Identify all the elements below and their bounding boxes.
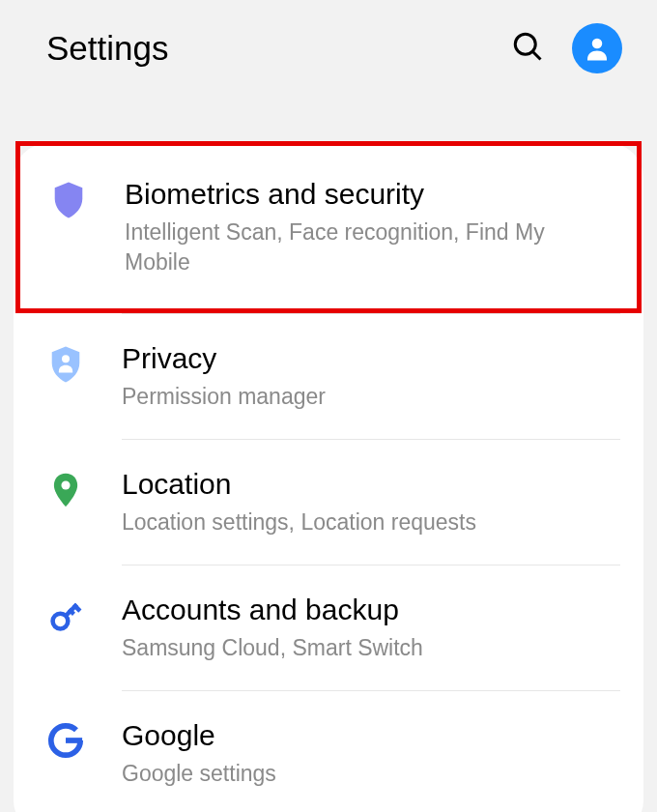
list-item-google[interactable]: Google Google settings [14,691,643,812]
item-subtitle: Samsung Cloud, Smart Switch [122,633,620,663]
svg-point-4 [61,481,70,490]
item-subtitle: Location settings, Location requests [122,508,620,537]
item-subtitle: Intelligent Scan, Face recognition, Find… [125,218,614,277]
list-item-accounts-backup[interactable]: Accounts and backup Samsung Cloud, Smart… [14,566,643,690]
item-title: Location [122,467,620,502]
location-pin-icon [43,467,89,509]
highlighted-item: Biometrics and security Intelligent Scan… [15,141,642,313]
svg-line-1 [532,51,540,59]
item-text: Biometrics and security Intelligent Scan… [125,177,614,277]
svg-point-3 [62,355,70,362]
svg-rect-9 [66,738,82,743]
settings-list: Biometrics and security Intelligent Scan… [14,143,643,812]
item-text: Accounts and backup Samsung Cloud, Smart… [122,593,620,663]
item-subtitle: Permission manager [122,382,620,412]
privacy-shield-icon [43,341,89,384]
svg-point-2 [592,39,603,49]
item-title: Biometrics and security [125,177,614,212]
list-item-biometrics-security[interactable]: Biometrics and security Intelligent Scan… [20,146,637,308]
page-title: Settings [46,29,168,68]
item-text: Google Google settings [122,718,620,789]
search-icon[interactable] [510,29,545,68]
item-text: Location Location settings, Location req… [122,467,620,537]
google-icon [43,718,89,759]
profile-icon[interactable] [572,23,622,73]
key-icon [43,593,89,635]
item-title: Google [122,718,620,753]
shield-icon [45,177,92,219]
list-item-location[interactable]: Location Location settings, Location req… [14,440,643,565]
item-title: Privacy [122,341,620,376]
item-text: Privacy Permission manager [122,341,620,412]
item-title: Accounts and backup [122,593,620,627]
header: Settings [0,0,657,97]
header-actions [510,23,622,73]
svg-point-0 [515,34,535,54]
list-item-privacy[interactable]: Privacy Permission manager [14,314,643,439]
item-subtitle: Google settings [122,759,620,789]
